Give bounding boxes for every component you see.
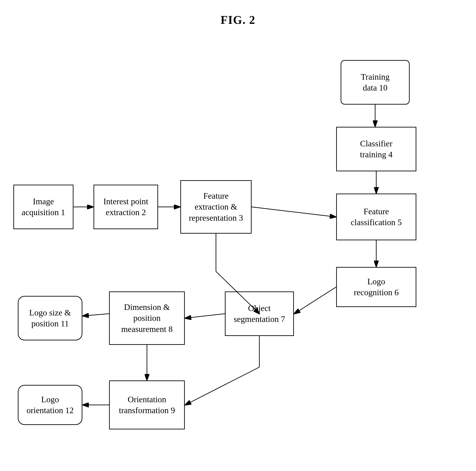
- orientation-transformation-box: Orientation transformation 9: [109, 380, 185, 429]
- logo-size-box: Logo size & position 11: [18, 296, 82, 341]
- logo-recognition-label: Logo recognition 6: [354, 276, 399, 298]
- image-acquisition-label: Image acquisition 1: [22, 196, 65, 218]
- classifier-training-label: Classifier training 4: [360, 138, 393, 160]
- object-segmentation-box: Object segmentation 7: [225, 292, 294, 336]
- feature-extraction-label: Feature extraction & representation 3: [189, 191, 243, 223]
- logo-recognition-box: Logo recognition 6: [336, 267, 416, 307]
- feature-extraction-box: Feature extraction & representation 3: [180, 180, 252, 234]
- feature-classification-box: Feature classification 5: [336, 194, 416, 240]
- training-data-label: Training data 10: [361, 71, 390, 94]
- dimension-position-box: Dimension & position measurement 8: [109, 292, 185, 345]
- orientation-transformation-label: Orientation transformation 9: [119, 394, 175, 416]
- svg-line-10: [185, 314, 225, 318]
- logo-orientation-label: Logo orientation 12: [27, 394, 74, 416]
- svg-line-14: [185, 367, 259, 405]
- logo-orientation-box: Logo orientation 12: [18, 385, 82, 425]
- interest-point-label: Interest point extraction 2: [103, 196, 148, 218]
- svg-line-11: [83, 314, 109, 316]
- image-acquisition-box: Image acquisition 1: [13, 185, 73, 229]
- classifier-training-box: Classifier training 4: [336, 127, 416, 171]
- svg-line-6: [252, 207, 336, 217]
- dimension-position-label: Dimension & position measurement 8: [121, 302, 172, 335]
- svg-line-9: [294, 287, 336, 314]
- training-data-box: Training data 10: [341, 60, 410, 105]
- logo-size-label: Logo size & position 11: [29, 307, 71, 329]
- fig-title: FIG. 2: [0, 0, 476, 27]
- interest-point-box: Interest point extraction 2: [94, 185, 158, 229]
- feature-classification-label: Feature classification 5: [351, 206, 402, 228]
- object-segmentation-label: Object segmentation 7: [234, 303, 285, 325]
